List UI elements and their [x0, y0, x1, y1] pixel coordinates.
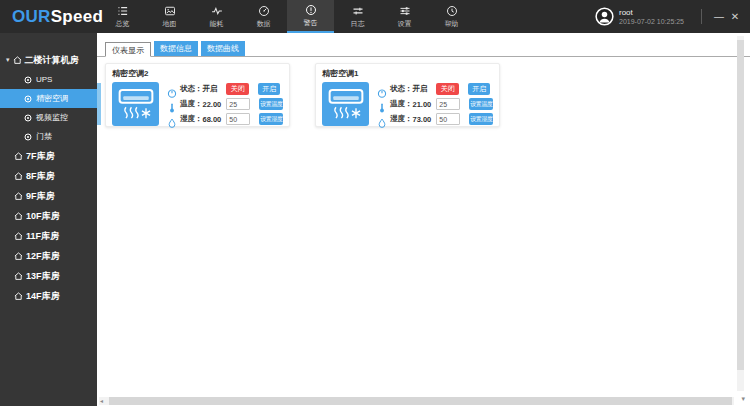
- sidebar-item-label: 精密空调: [36, 93, 68, 104]
- nav-item-data[interactable]: 数据: [240, 0, 287, 33]
- sidebar-item-8f[interactable]: 8F库房: [0, 166, 97, 186]
- user-name: root: [619, 8, 684, 17]
- top-nav: 总览 地图 能耗 数据 警告 日志 设置 帮助: [99, 0, 475, 33]
- turn-on-button[interactable]: 开启: [468, 83, 490, 95]
- titlebar-divider: [701, 9, 702, 24]
- turn-off-button[interactable]: 关闭: [436, 83, 459, 95]
- main-content: 仪表显示 数据信息 数据曲线 精密空调2: [97, 33, 750, 406]
- sidebar-item-label: 12F库房: [26, 250, 60, 263]
- tab-bar: 仪表显示 数据信息 数据曲线: [97, 33, 750, 57]
- nav-item-label: 警告: [304, 18, 318, 28]
- sidebar-item-11f[interactable]: 11F库房: [0, 226, 97, 246]
- gauge-icon: [258, 5, 270, 17]
- turn-off-button[interactable]: 关闭: [226, 83, 249, 95]
- temp-setpoint-input[interactable]: [226, 98, 250, 110]
- status-rows: 状态： 开启 温度： 21.00 湿度： 73.00: [377, 82, 431, 126]
- sidebar-item-label: 7F库房: [26, 150, 55, 163]
- sidebar-group-label: 二楼计算机房: [25, 54, 79, 67]
- nav-item-help[interactable]: 帮助: [428, 0, 475, 33]
- nav-item-label: 帮助: [445, 19, 459, 29]
- sidebar-item-14f[interactable]: 14F库房: [0, 286, 97, 306]
- humidity-value: 73.00: [413, 115, 432, 124]
- app-logo: OURSpeed: [12, 0, 103, 33]
- home-icon: [14, 152, 23, 160]
- scroll-down-arrow-icon[interactable]: ▾: [741, 395, 745, 403]
- humidity-row: 湿度： 68.00: [167, 113, 221, 125]
- activity-icon: [211, 5, 223, 17]
- sidebar-item-12f[interactable]: 12F库房: [0, 246, 97, 266]
- status-label: 状态：: [390, 84, 413, 94]
- sidebar-item-label: 10F库房: [26, 210, 60, 223]
- nav-item-label: 总览: [116, 19, 130, 29]
- settings-icon: [399, 5, 411, 17]
- sidebar-item-video-surveillance[interactable]: 视频监控: [0, 108, 97, 127]
- sidebar-item-precision-ac[interactable]: 精密空调: [0, 89, 97, 108]
- card-title: 精密空调2: [112, 68, 283, 79]
- sidebar-item-ups[interactable]: UPS: [0, 70, 97, 89]
- device-cards: 精密空调2 状态： 开启: [97, 57, 750, 127]
- set-temperature-button[interactable]: 设置温度: [259, 98, 283, 110]
- humidity-value: 68.00: [203, 115, 222, 124]
- home-icon: [14, 272, 23, 280]
- sidebar-item-access-control[interactable]: 门禁: [0, 127, 97, 146]
- water-drop-icon: [377, 114, 387, 124]
- tab-data-curve[interactable]: 数据曲线: [201, 41, 245, 56]
- sidebar-item-label: 14F库房: [26, 290, 60, 303]
- list-icon: [117, 5, 129, 17]
- humidity-label: 湿度：: [390, 114, 413, 124]
- tab-data-info[interactable]: 数据信息: [154, 41, 198, 56]
- power-icon: [377, 84, 387, 94]
- nav-item-settings[interactable]: 设置: [381, 0, 428, 33]
- nav-item-logs[interactable]: 日志: [334, 0, 381, 33]
- humidity-setpoint-input[interactable]: [226, 113, 250, 125]
- set-humidity-button[interactable]: 设置湿度: [469, 113, 493, 125]
- caret-down-icon: ▾: [6, 56, 10, 64]
- water-drop-icon: [167, 114, 177, 124]
- device-node-icon: [24, 114, 32, 122]
- turn-on-button[interactable]: 开启: [258, 83, 280, 95]
- alert-icon: [305, 4, 317, 16]
- ac-card-1: 精密空调1 状态： 开启: [315, 63, 500, 127]
- sidebar-item-9f[interactable]: 9F库房: [0, 186, 97, 206]
- close-button[interactable]: ✕: [727, 0, 743, 33]
- set-temperature-button[interactable]: 设置温度: [469, 98, 493, 110]
- sidebar-group-2f-computer-room[interactable]: ▾ 二楼计算机房: [0, 50, 97, 70]
- sidebar-collapse-handle[interactable]: [97, 83, 101, 125]
- device-node-icon: [24, 95, 32, 103]
- temperature-value: 21.00: [413, 100, 432, 109]
- user-avatar-icon[interactable]: [595, 7, 614, 26]
- nav-item-alerts[interactable]: 警告: [287, 0, 334, 33]
- minimize-button[interactable]: —: [711, 0, 727, 33]
- temperature-label: 温度：: [180, 99, 203, 109]
- tab-gauge-display[interactable]: 仪表显示: [105, 42, 151, 57]
- horizontal-scrollbar[interactable]: ◂: [99, 397, 734, 405]
- nav-item-energy[interactable]: 能耗: [193, 0, 240, 33]
- humidity-setpoint-input[interactable]: [436, 113, 460, 125]
- control-rows: 关闭 开启 设置温度 设置湿度: [226, 82, 283, 126]
- home-icon: [13, 56, 22, 64]
- set-humidity-button[interactable]: 设置湿度: [259, 113, 283, 125]
- air-conditioner-icon: [112, 82, 159, 126]
- air-conditioner-icon: [322, 82, 369, 126]
- sidebar-item-13f[interactable]: 13F库房: [0, 266, 97, 286]
- sidebar: ▾ 二楼计算机房 UPS 精密空调 视频监控 门禁 7F库房 8F库房 9F库房…: [0, 33, 97, 406]
- power-status-row: 状态： 开启: [167, 83, 221, 95]
- nav-item-map[interactable]: 地图: [146, 0, 193, 33]
- sidebar-item-7f[interactable]: 7F库房: [0, 146, 97, 166]
- vertical-scrollbar[interactable]: ▾: [737, 36, 744, 391]
- scroll-left-arrow-icon[interactable]: ◂: [100, 397, 103, 405]
- home-icon: [14, 172, 23, 180]
- sidebar-item-label: 9F库房: [26, 190, 55, 203]
- horizontal-scrollbar-thumb[interactable]: [109, 397, 732, 405]
- sidebar-item-10f[interactable]: 10F库房: [0, 206, 97, 226]
- device-node-icon: [24, 133, 32, 141]
- nav-item-label: 数据: [257, 19, 271, 29]
- home-icon: [14, 192, 23, 200]
- control-rows: 关闭 开启 设置温度 设置湿度: [436, 82, 493, 126]
- vertical-scrollbar-thumb[interactable]: [737, 40, 744, 370]
- status-value: 开启: [203, 84, 218, 94]
- temp-setpoint-input[interactable]: [436, 98, 460, 110]
- temperature-value: 22.00: [203, 100, 222, 109]
- nav-item-overview[interactable]: 总览: [99, 0, 146, 33]
- nav-item-label: 能耗: [210, 19, 224, 29]
